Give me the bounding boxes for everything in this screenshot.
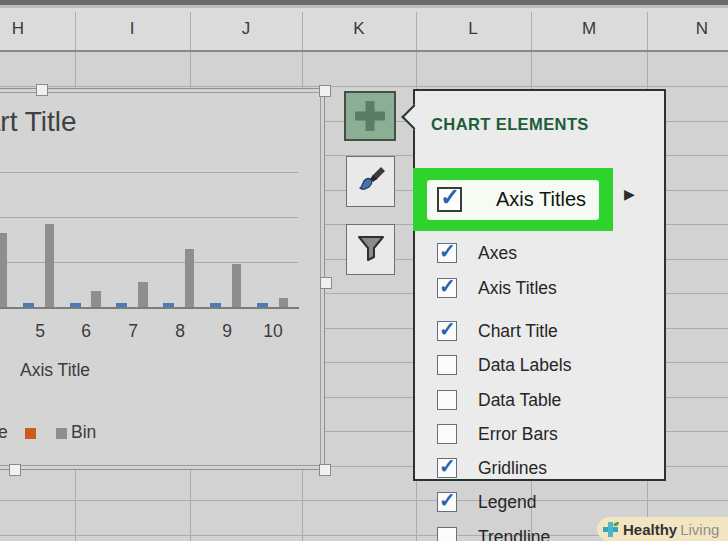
column-separator <box>416 12 417 50</box>
column-header-i[interactable]: I <box>130 8 135 50</box>
highlighted-row[interactable]: ✓ Axis Titles <box>427 180 599 220</box>
checkbox[interactable]: ✓ <box>437 321 457 341</box>
watermark-text-light: Living <box>680 521 719 538</box>
selection-handle[interactable] <box>319 85 331 97</box>
selection-handle[interactable] <box>36 84 48 96</box>
menu-item-label: Data Table <box>478 390 561 411</box>
checkmark-icon: ✓ <box>439 454 456 478</box>
menu-item-data-labels[interactable]: ✓ Data Labels <box>415 355 664 377</box>
column-separator <box>531 12 532 50</box>
menu-item-chart-title[interactable]: ✓ Chart Title <box>415 321 664 343</box>
menu-item-label: Error Bars <box>478 424 558 445</box>
column-header-k[interactable]: K <box>353 8 364 50</box>
chart-object[interactable] <box>0 88 325 470</box>
checkbox[interactable]: ✓ <box>437 424 457 444</box>
plus-leaf-logo-icon <box>602 520 620 538</box>
healthy-living-watermark: Healthy Living <box>597 517 728 541</box>
checkbox[interactable]: ✓ <box>437 492 457 512</box>
axis-titles-label: Axis Titles <box>496 188 586 211</box>
menu-item-legend[interactable]: ✓ Legend <box>415 492 664 514</box>
checkbox[interactable]: ✓ <box>437 355 457 375</box>
column-header-l[interactable]: L <box>468 8 477 50</box>
menu-item-label: Axes <box>478 243 517 264</box>
menu-item-label: Gridlines <box>478 458 547 479</box>
chart-elements-popup: CHART ELEMENTS ✓ Axes ✓ Axis Titles ✓ Ch… <box>413 89 666 481</box>
chart-elements-button[interactable] <box>344 91 396 141</box>
checkmark-icon: ✓ <box>440 183 460 211</box>
menu-item-label: Chart Title <box>478 321 558 342</box>
menu-item-error-bars[interactable]: ✓ Error Bars <box>415 424 664 446</box>
checkbox[interactable]: ✓ <box>437 458 457 478</box>
column-separator <box>75 12 76 50</box>
checkbox[interactable]: ✓ <box>437 390 457 410</box>
watermark-text-bold: Healthy <box>623 521 677 538</box>
checkbox[interactable]: ✓ <box>437 243 457 263</box>
highlight-annotation: ✓ Axis Titles <box>413 168 613 231</box>
menu-item-label: Legend <box>478 492 536 513</box>
checkbox[interactable]: ✓ <box>437 278 457 298</box>
column-header-m[interactable]: M <box>582 8 596 50</box>
window-top-strip <box>0 0 728 8</box>
column-header-row: H I J K L M N <box>0 8 728 52</box>
menu-item-label: Axis Titles <box>478 278 557 299</box>
column-header-j[interactable]: J <box>242 8 251 50</box>
menu-item-label: Trendline <box>478 527 550 541</box>
menu-item-axis-titles[interactable]: ✓ Axis Titles <box>415 278 664 300</box>
popup-title: CHART ELEMENTS <box>431 115 589 134</box>
axis-titles-checkbox[interactable]: ✓ <box>437 187 462 212</box>
menu-item-axes[interactable]: ✓ Axes <box>415 243 664 265</box>
menu-item-data-table[interactable]: ✓ Data Table <box>415 390 664 412</box>
funnel-icon <box>355 232 387 268</box>
checkmark-icon: ✓ <box>439 274 456 298</box>
chart-styles-button[interactable] <box>346 156 395 207</box>
column-header-n[interactable]: N <box>696 8 708 50</box>
popup-notch <box>401 104 426 129</box>
selection-handle[interactable] <box>9 464 21 476</box>
column-separator <box>302 12 303 50</box>
menu-item-label: Data Labels <box>478 355 571 376</box>
column-separator <box>647 12 648 50</box>
column-header-h[interactable]: H <box>12 8 24 50</box>
column-separator <box>190 12 191 50</box>
paintbrush-icon <box>355 164 387 200</box>
checkmark-icon: ✓ <box>439 239 456 263</box>
selection-handle[interactable] <box>319 464 331 476</box>
chart-filters-button[interactable] <box>346 224 395 275</box>
menu-item-gridlines[interactable]: ✓ Gridlines <box>415 458 664 480</box>
checkbox[interactable]: ✓ <box>437 527 457 541</box>
selection-handle[interactable] <box>320 277 332 289</box>
submenu-arrow-icon[interactable]: ▶ <box>624 186 635 202</box>
checkmark-icon: ✓ <box>439 488 456 512</box>
checkmark-icon: ✓ <box>439 317 456 341</box>
grid-line <box>0 86 728 87</box>
